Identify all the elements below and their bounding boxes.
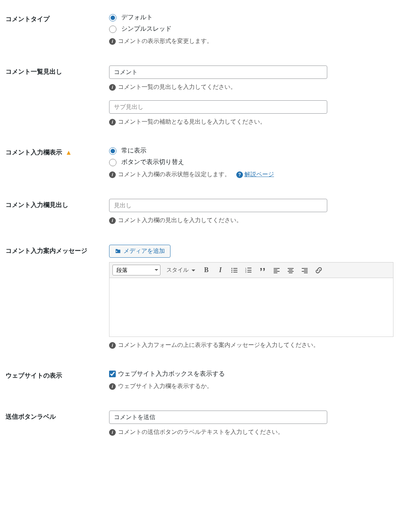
radio-label-default[interactable]: デフォルト [109,13,393,21]
radio-text-simple-thread: シンプルスレッド [121,25,172,32]
svg-rect-20 [302,268,308,269]
desc-comment-guide: i コメント入力フォームの上に表示する案内メッセージを入力してください。 [109,341,393,349]
desc-text-comment-guide: コメント入力フォームの上に表示する案内メッセージを入力してください。 [118,341,319,349]
desc-text-input-display: コメント入力欄の表示状態を設定します。 [118,171,230,178]
info-icon: i [109,38,116,45]
radio-input-display-toggle[interactable] [109,159,116,166]
input-comment-list-subheading[interactable] [109,100,327,114]
info-icon: i [109,383,116,390]
svg-rect-7 [247,268,251,268]
svg-rect-14 [274,271,280,272]
align-left-button[interactable] [271,265,282,275]
label-comment-input-display: コメント入力欄表示 ▲ [6,141,109,193]
desc-submit-button: i コメントの送信ボタンのラベルテキストを入力してください。 [109,428,393,436]
svg-point-2 [231,270,233,271]
desc-comment-input-display: i コメント入力欄の表示状態を設定します。 ? 解説ページ [109,171,393,178]
add-media-button[interactable]: メディアを追加 [109,245,170,258]
paragraph-select[interactable]: 段落 [112,265,160,275]
warning-icon: ▲ [65,149,72,157]
desc-comment-list-subheading: i コメント一覧の補助となる見出しを入力してください。 [109,118,393,126]
label-comment-input-heading: コメント入力欄見出し [6,193,109,239]
desc-comment-list-heading: i コメント一覧の見出しを入力してください。 [109,83,393,91]
italic-button[interactable]: I [215,265,226,275]
help-link-input-display[interactable]: ? 解説ページ [236,171,274,178]
info-icon: i [109,429,116,436]
svg-rect-21 [304,270,308,270]
align-right-button[interactable] [300,265,310,275]
info-icon: i [109,217,116,224]
desc-comment-type: i コメントの表示形式を変更します。 [109,37,393,45]
media-icon [115,248,121,255]
align-center-button[interactable] [285,265,296,275]
desc-text-comment-list-subheading: コメント一覧の補助となる見出しを入力してください。 [118,118,266,126]
radio-text-default: デフォルト [121,14,153,21]
info-icon: i [109,171,116,178]
desc-website-display: i ウェブサイト入力欄を表示するか。 [109,382,393,390]
desc-text-comment-type: コメントの表示形式を変更します。 [118,37,213,45]
svg-rect-15 [274,272,277,273]
blockquote-button[interactable] [257,265,268,275]
input-submit-button-label[interactable] [109,411,327,424]
svg-rect-11 [247,272,251,272]
desc-text-website: ウェブサイト入力欄を表示するか。 [118,382,213,390]
help-icon: ? [236,171,243,178]
input-comment-list-heading[interactable] [109,66,327,79]
svg-rect-19 [289,272,293,273]
radio-comment-type-default[interactable] [109,14,116,21]
svg-rect-22 [302,271,308,272]
comment-input-display-radio-group: 常に表示 ボタンで表示切り替え [109,146,393,166]
info-icon: i [109,342,116,349]
radio-input-display-always[interactable] [109,147,116,155]
checkbox-label-website[interactable]: ウェブサイト入力ボックスを表示する [109,369,393,378]
label-website-display: ウェブサイトの表示 [6,364,109,405]
radio-label-simple-thread[interactable]: シンプルスレッド [109,24,393,33]
svg-rect-1 [233,268,237,269]
svg-rect-16 [288,268,294,269]
checkbox-website-display[interactable] [109,371,116,377]
svg-rect-13 [274,270,277,270]
style-dropdown[interactable]: スタイル [164,265,197,275]
radio-text-always: 常に表示 [121,147,146,154]
info-icon: i [109,84,116,91]
radio-comment-type-simple-thread[interactable] [109,26,116,33]
comment-type-radio-group: デフォルト シンプルスレッド [109,13,393,33]
info-icon: i [109,119,116,126]
bullet-list-button[interactable] [229,265,240,275]
input-comment-input-heading[interactable] [109,199,327,212]
radio-label-toggle[interactable]: ボタンで表示切り替え [109,158,393,166]
desc-text-submit: コメントの送信ボタンのラベルテキストを入力してください。 [118,428,284,436]
desc-text-input-heading: コメント入力欄の見出しを入力してください。 [118,217,242,224]
svg-rect-12 [274,268,280,269]
label-text-comment-input-display: コメント入力欄表示 [6,149,62,156]
svg-rect-3 [233,270,237,271]
help-link-text: 解説ページ [244,171,274,178]
svg-rect-18 [288,271,294,272]
bold-button[interactable]: B [201,265,212,275]
editor-content-area[interactable] [109,278,393,337]
svg-point-4 [231,271,233,272]
svg-rect-9 [247,270,251,271]
svg-text:3: 3 [245,271,247,273]
radio-label-always[interactable]: 常に表示 [109,146,393,155]
label-comment-guide: コメント入力案内メッセージ [6,239,109,364]
desc-text-comment-list-heading: コメント一覧の見出しを入力してください。 [118,83,236,91]
editor-toolbar: 段落 スタイル B I 123 [109,262,393,278]
svg-rect-5 [233,272,237,272]
label-comment-list-heading: コメント一覧見出し [6,60,109,141]
label-submit-button: 送信ボタンラベル [6,405,109,451]
svg-rect-23 [304,272,308,273]
numbered-list-button[interactable]: 123 [243,265,254,275]
media-button-text: メディアを追加 [124,247,165,255]
svg-point-0 [231,268,233,269]
desc-comment-input-heading: i コメント入力欄の見出しを入力してください。 [109,217,393,224]
svg-rect-17 [289,270,293,270]
radio-text-toggle: ボタンで表示切り替え [121,158,184,165]
checkbox-text-website: ウェブサイト入力ボックスを表示する [118,369,225,378]
link-button[interactable] [314,265,324,275]
label-comment-type: コメントタイプ [6,7,109,60]
